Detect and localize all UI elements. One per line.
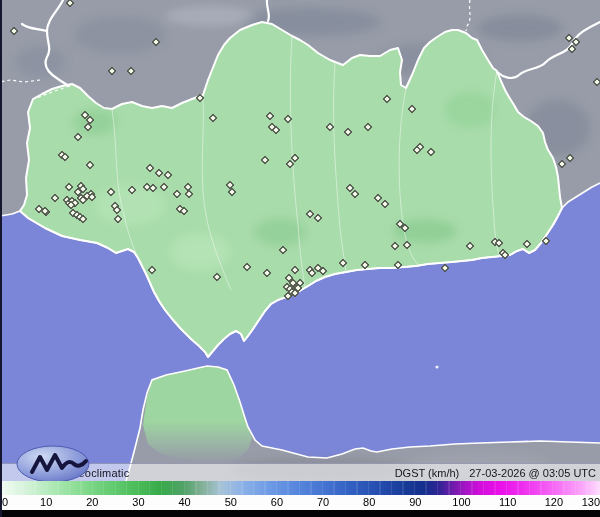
alboran-island <box>435 365 438 368</box>
colorbar-tick: 80 <box>363 496 375 508</box>
colorbar-tick: 130 <box>582 496 600 508</box>
metric-label: DGST (km/h) <box>395 467 460 479</box>
colorbar-ticks: 0102030405060708090100110120130 <box>0 495 600 510</box>
colorbar-tick: 120 <box>545 496 563 508</box>
colorbar-tick: 10 <box>40 496 52 508</box>
colorbar-tick: 50 <box>225 496 237 508</box>
map-canvas <box>0 0 600 481</box>
colorbar-tick: 70 <box>317 496 329 508</box>
colorbar-tick: 30 <box>132 496 144 508</box>
colorbar-tick: 60 <box>271 496 283 508</box>
colorbar-bands <box>0 481 600 495</box>
weather-map-app: © Meteoclimatic DGST (km/h)27-03-2026 @ … <box>0 0 600 517</box>
bottom-border-strip <box>0 510 600 517</box>
colorbar-tick: 40 <box>178 496 190 508</box>
colorbar-tick: 100 <box>452 496 470 508</box>
colorbar-tick: 110 <box>499 496 517 508</box>
metric-and-time: DGST (km/h)27-03-2026 @ 03:05 UTC <box>395 467 600 479</box>
wind-gust-colorbar <box>0 481 600 495</box>
colorbar-tick: 20 <box>86 496 98 508</box>
left-border-strip <box>0 0 2 517</box>
meteoclimatic-logo[interactable] <box>8 440 118 485</box>
colorbar-tick: 0 <box>2 496 8 508</box>
colorbar-tick: 90 <box>409 496 421 508</box>
map-datetime: 27-03-2026 @ 03:05 UTC <box>469 467 596 479</box>
